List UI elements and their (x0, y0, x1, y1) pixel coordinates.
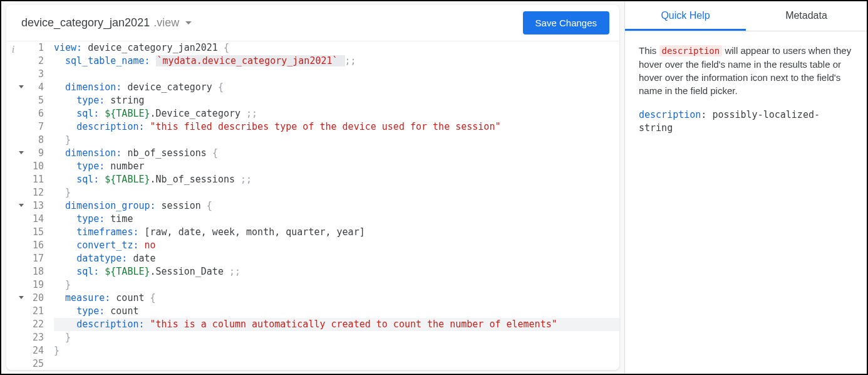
line-number[interactable]: 11 (20, 173, 44, 186)
help-signature: description: possibly-localized-string (639, 108, 853, 135)
code-line[interactable]: type: string (54, 94, 619, 107)
line-number[interactable]: 19 (20, 278, 44, 292)
help-prefix: This (639, 45, 659, 56)
line-number[interactable]: 10 (20, 160, 44, 173)
fold-icon[interactable] (19, 296, 24, 299)
line-number[interactable]: 24 (20, 344, 44, 357)
code-line[interactable]: dimension: device_category { (54, 81, 619, 94)
fold-icon[interactable] (19, 204, 24, 207)
code-line[interactable] (54, 68, 619, 81)
line-number[interactable]: 23 (20, 331, 44, 344)
code-line[interactable]: sql_table_name: `mydata.device_category_… (54, 55, 619, 68)
side-panel: Quick Help Metadata This description wil… (625, 1, 867, 374)
tab-quick-help[interactable]: Quick Help (625, 1, 746, 31)
tab-metadata[interactable]: Metadata (746, 1, 867, 31)
file-ext: .view (153, 16, 179, 29)
editor-pane: device_category_jan2021.view Save Change… (1, 1, 625, 374)
line-number[interactable]: 14 (20, 213, 44, 226)
editor-card: device_category_jan2021.view Save Change… (6, 5, 619, 370)
code-line[interactable]: view: device_category_jan2021 { (54, 41, 619, 55)
code-line[interactable]: dimension_group: session { (54, 199, 619, 213)
line-number[interactable]: 16 (20, 239, 44, 252)
line-number[interactable]: 13 (20, 199, 44, 213)
help-sig-key: description (639, 109, 701, 120)
side-tabs: Quick Help Metadata (625, 1, 867, 31)
code-line[interactable]: } (54, 278, 619, 292)
line-number[interactable]: 20 (20, 292, 44, 305)
code-line[interactable] (54, 357, 619, 370)
code-line[interactable]: convert_tz: no (54, 239, 619, 252)
line-number[interactable]: 3 (20, 68, 44, 81)
line-number[interactable]: 17 (20, 252, 44, 265)
line-number[interactable]: 22 (20, 318, 44, 331)
code-line[interactable]: sql: ${TABLE}.Nb_of_sessions ;; (54, 173, 619, 186)
line-number[interactable]: 12 (20, 186, 44, 199)
line-number[interactable]: 6 (20, 107, 44, 120)
fold-icon[interactable] (19, 85, 24, 88)
info-icon[interactable]: i (6, 43, 20, 56)
code-line[interactable]: type: number (54, 160, 619, 173)
line-number[interactable]: 4 (20, 81, 44, 94)
editor-header: device_category_jan2021.view Save Change… (6, 5, 619, 41)
code-line[interactable]: } (54, 344, 619, 357)
line-number[interactable]: 15 (20, 226, 44, 239)
line-number[interactable]: 1 (20, 41, 44, 55)
info-gutter: i (6, 41, 20, 370)
code-line[interactable]: timeframes: [raw, date, week, month, qua… (54, 226, 619, 239)
code-line[interactable]: dimension: nb_of_sessions { (54, 147, 619, 160)
save-button[interactable]: Save Changes (523, 11, 609, 34)
code-line[interactable]: } (54, 186, 619, 199)
quick-help-body: This description will appear to users wh… (625, 31, 867, 147)
file-name: device_category_jan2021 (21, 16, 150, 29)
code-lines[interactable]: view: device_category_jan2021 { sql_tabl… (48, 41, 619, 370)
code-line[interactable]: type: time (54, 213, 619, 226)
code-line[interactable]: description: "this is a column automatic… (54, 318, 619, 331)
code-line[interactable]: datatype: date (54, 252, 619, 265)
code-editor[interactable]: i 12345678910111213141516171819202122232… (6, 41, 619, 370)
line-number[interactable]: 21 (20, 305, 44, 318)
code-line[interactable]: description: "this filed describes type … (54, 120, 619, 134)
fold-icon[interactable] (19, 151, 24, 154)
chevron-down-icon[interactable] (185, 21, 192, 24)
line-number-gutter: 1234567891011121314151617181920212223242… (20, 41, 48, 370)
file-title[interactable]: device_category_jan2021.view (21, 16, 192, 29)
line-number[interactable]: 2 (20, 55, 44, 68)
code-line[interactable]: type: count (54, 305, 619, 318)
code-line[interactable]: } (54, 331, 619, 344)
help-sig-sep: : (701, 109, 712, 120)
line-number[interactable]: 18 (20, 265, 44, 278)
line-number[interactable]: 5 (20, 94, 44, 107)
code-line[interactable]: measure: count { (54, 292, 619, 305)
help-keyword-pill: description (659, 45, 723, 56)
line-number[interactable]: 7 (20, 120, 44, 134)
code-line[interactable]: } (54, 134, 619, 147)
help-text: This description will appear to users wh… (639, 44, 853, 97)
line-number[interactable]: 25 (20, 357, 44, 370)
code-line[interactable]: sql: ${TABLE}.Device_category ;; (54, 107, 619, 120)
code-line[interactable]: sql: ${TABLE}.Session_Date ;; (54, 265, 619, 278)
line-number[interactable]: 9 (20, 147, 44, 160)
line-number[interactable]: 8 (20, 134, 44, 147)
